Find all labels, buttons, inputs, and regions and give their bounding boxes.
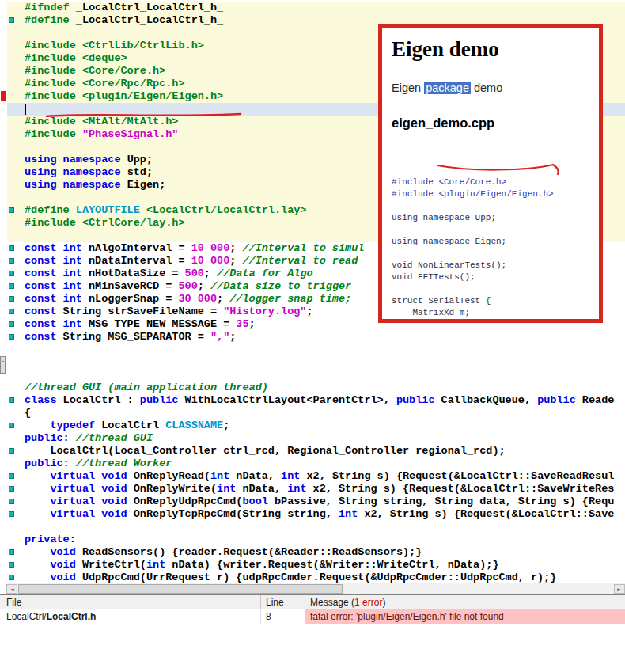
code-token: nAlgoInterval = (89, 242, 191, 254)
code-token (25, 508, 50, 520)
error-count: 1 error (354, 597, 382, 608)
code-token: nLoggerSnap = (89, 293, 178, 305)
code-line[interactable]: virtual void OnReplyWrite(int nData, int… (7, 483, 625, 495)
code-line[interactable]: virtual void OnReplyRead(int nData, int … (7, 470, 625, 483)
code-token: 10 000 (191, 255, 230, 267)
code-line[interactable] (7, 356, 625, 369)
code-token: class (25, 394, 63, 406)
code-token: const int (25, 268, 89, 279)
splitter-handle[interactable] (0, 356, 6, 374)
code-line[interactable]: void UdpRpcCmd(UrrRequest r) {udpRpcCmde… (7, 571, 625, 583)
code-token: <LocalCtrl/LocalCtrl.lay> (140, 204, 307, 216)
left-arrow-icon: ◄ (9, 587, 13, 593)
selected-word-highlight: package (424, 82, 471, 94)
code-text: #include <Core/Core.h> (392, 177, 506, 187)
code-token: MSG_TYPE_NEW_MESSAGE = (89, 318, 236, 330)
code-token: #include <deque> (25, 52, 127, 64)
right-arrow-icon: ► (617, 587, 621, 593)
code-line[interactable]: public: //thread Worker (7, 457, 625, 470)
code-text: #define _LocalCtrl_LocalCtrl_h_ (25, 14, 223, 27)
subtitle-text: demo (471, 82, 502, 94)
code-token: public (396, 394, 441, 406)
edited-line-marker (9, 296, 14, 302)
code-text: VectorXd v; (392, 320, 470, 323)
error-line-cell: 8 (261, 609, 305, 624)
code-token: CLASSNAME (165, 420, 223, 431)
overlay-title: Eigen demo (392, 37, 589, 62)
code-token: ; (229, 242, 242, 254)
code-text: const int nDataInterval = 10 000; //Inte… (25, 255, 358, 268)
scroll-right-button[interactable]: ► (614, 584, 625, 594)
code-text: virtual void OnReplyUdpRpcCmd(bool bPass… (25, 495, 614, 508)
message-header-text: Message ( (310, 597, 354, 608)
code-line[interactable]: public: //thread GUI (7, 432, 625, 445)
code-text: const String MSG_SEPARATOR = ","; (25, 331, 236, 344)
code-line[interactable]: LocalCtrl(Local_Controller ctrl_rcd, Reg… (7, 445, 625, 457)
code-token: public (537, 394, 582, 406)
edited-line-marker (9, 549, 14, 555)
code-token: 35 (236, 318, 248, 330)
code-token: #define (25, 14, 76, 26)
code-line: #include <plugin/Eigen/Eigen.h> (392, 188, 589, 200)
code-text: MatrixXd m; (392, 308, 470, 317)
code-line[interactable]: { (7, 407, 625, 420)
code-token: #include <MtAlt/MtAlt.h> (25, 116, 178, 127)
code-line: MatrixXd m; (392, 307, 589, 319)
code-line[interactable] (7, 521, 625, 533)
code-token: //Data size to trigger (210, 280, 351, 292)
code-token: public (140, 394, 185, 406)
scrollbar-thumb[interactable] (18, 584, 343, 594)
code-token (25, 470, 50, 482)
code-line[interactable]: virtual void OnReplyTcpRpcCmd(String str… (7, 508, 625, 521)
code-line: VectorXd v; (392, 319, 589, 323)
code-token: #include <CtrlCore/lay.h> (25, 217, 185, 229)
code-token: OnReplyTcpRpcCmd(String string, (134, 508, 339, 520)
code-token: #include <Core/Core.h> (392, 177, 506, 187)
error-file-dir: LocalCtrl/ (6, 611, 47, 622)
code-text: void ReadSensors() {reader.Request(&Read… (25, 546, 422, 559)
code-line[interactable]: class LocalCtrl : public WithLocalCtrlLa… (7, 394, 625, 407)
error-line-marker (1, 91, 6, 101)
code-line[interactable]: void WriteCtrl(int nData) {writer.Reques… (7, 559, 625, 571)
code-token: 10 000 (191, 242, 230, 254)
code-token: bPassive, String string, String data, St… (275, 495, 614, 507)
code-text: #include "PhaseSignal.h" (25, 128, 178, 141)
code-line[interactable]: void ReadSensors() {reader.Request(&Read… (7, 546, 625, 559)
code-line[interactable] (7, 344, 625, 356)
code-token: nMinSaveRCD = (89, 280, 178, 292)
code-token: Reade (582, 394, 615, 406)
edited-line-marker (9, 486, 14, 492)
code-line[interactable]: virtual void OnReplyUdpRpcCmd(bool bPass… (7, 495, 625, 508)
code-line[interactable] (7, 369, 625, 382)
code-token: : (70, 533, 76, 545)
code-token: virtual void (50, 483, 133, 495)
code-token: x2, String s) {Request(&LocalCtrl::SaveW… (313, 483, 615, 495)
code-line[interactable]: typedef LocalCtrl CLASSNAME; (7, 420, 625, 432)
code-token: WithLocalCtrlLayout<ParentCtrl>, (185, 394, 396, 406)
code-token (25, 495, 50, 507)
scroll-left-button[interactable]: ◄ (6, 584, 17, 594)
edited-line-marker (9, 423, 14, 428)
code-line[interactable]: #ifndef _LocalCtrl_LocalCtrl_h_ (7, 2, 625, 14)
code-token: "History.log" (223, 306, 306, 317)
code-line: struct SerialTest { (392, 295, 589, 307)
code-token: { (25, 407, 31, 419)
red-curve-annotation (436, 162, 562, 177)
code-text: #include <MtAlt/MtAlt.h> (25, 116, 178, 128)
code-text: using namespace std; (25, 166, 153, 179)
code-token: //logger snap time; (229, 293, 351, 305)
horizontal-scrollbar[interactable]: ◄ ► (6, 583, 625, 594)
code-line[interactable]: //thread GUI (main application thread) (7, 382, 625, 394)
code-token: //thread GUI (76, 432, 153, 444)
code-line[interactable]: private: (7, 533, 625, 546)
code-token: CallbackQueue, (441, 394, 538, 406)
code-token: int (146, 559, 172, 571)
code-line[interactable]: const String MSG_SEPARATOR = ","; (7, 331, 625, 344)
code-token: #include <plugin/Eigen/Eigen.h> (392, 189, 554, 199)
code-text: #include <Core/Rpc/Rpc.h> (25, 78, 185, 90)
error-row[interactable]: LocalCtrl/LocalCtrl.h 8 fatal error: 'pl… (0, 609, 625, 624)
code-token: void (50, 559, 82, 571)
error-message: fatal error: 'plugin/Eigen/Eigen.h' file… (310, 611, 504, 622)
code-text: void FFTTests(); (392, 272, 475, 282)
edited-line-marker (9, 283, 14, 289)
